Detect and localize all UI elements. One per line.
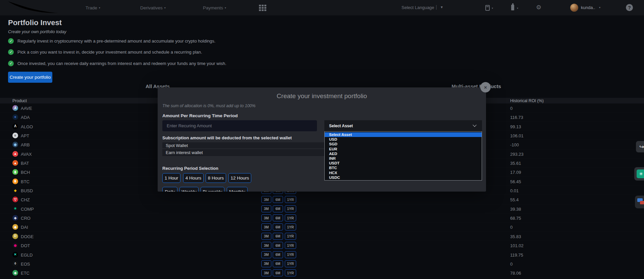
table-row: ◉DOT3M6M1YR101.02: [0, 241, 644, 250]
product-symbol: ARB: [21, 142, 30, 147]
period-button-4-hours[interactable]: 4 Hours: [183, 173, 204, 183]
period-button-bi-weekly[interactable]: Bi-weekly: [201, 187, 224, 192]
asset-option-aed[interactable]: AED: [325, 151, 482, 156]
period-button-daily[interactable]: Daily: [162, 187, 177, 192]
table-row: ✕EGLD3M6M1YR119.75: [0, 250, 644, 259]
term-button-1yr[interactable]: 1YR: [285, 233, 296, 240]
asset-select[interactable]: Select Asset: [324, 120, 482, 131]
brand-logo[interactable]: [2, 1, 76, 16]
assistant-icon[interactable]: ✳: [634, 167, 644, 181]
asset-option-usdc[interactable]: USDC: [325, 175, 482, 180]
term-button-1yr[interactable]: 1YR: [285, 251, 296, 258]
asset-option-inr[interactable]: INR: [325, 156, 482, 161]
nav-item-label: Trade: [86, 5, 97, 10]
term-button-1yr[interactable]: 1YR: [285, 214, 296, 221]
term-button-6m[interactable]: 6M: [273, 205, 283, 212]
product-symbol: ADA: [21, 115, 30, 120]
table-row: ▽CHZ3M6M1YR55.4: [0, 195, 644, 204]
term-button-1yr[interactable]: 1YR: [285, 196, 296, 203]
close-icon[interactable]: ×: [480, 82, 491, 92]
term-button-3m[interactable]: 3M: [261, 269, 271, 276]
apps-grid-icon[interactable]: [259, 5, 266, 11]
roi-value: 55.4: [510, 197, 519, 202]
period-label: Recurring Period Selection: [162, 166, 218, 171]
chevron-down-icon: ▾: [492, 7, 493, 10]
asset-option-select-asset[interactable]: Select Asset: [325, 132, 482, 137]
term-button-1yr[interactable]: 1YR: [285, 223, 296, 230]
asset-option-eur[interactable]: EUR: [325, 147, 482, 151]
bullet-text: Pick a coin you want to invest in, decid…: [17, 50, 202, 55]
term-button-1yr[interactable]: 1YR: [285, 260, 296, 267]
create-portfolio-modal: Create your investment portfolio The sum…: [158, 87, 486, 192]
term-button-6m[interactable]: 6M: [273, 260, 283, 267]
table-row: ◆CRO3M6M1YR68.75: [0, 213, 644, 222]
term-button-3m[interactable]: 3M: [261, 223, 271, 230]
product-symbol: BTC: [21, 179, 30, 184]
nav-item-payments[interactable]: Payments▾: [203, 0, 226, 15]
term-button-3m[interactable]: 3M: [261, 242, 271, 249]
term-button-6m[interactable]: 6M: [273, 251, 283, 258]
dai-coin-icon: ◈: [12, 224, 18, 230]
term-button-1yr[interactable]: 1YR: [285, 242, 296, 249]
dot-coin-icon: ◉: [12, 242, 18, 248]
term-button-1yr[interactable]: 1YR: [285, 269, 296, 276]
nav-item-derivatives[interactable]: Derivatives▾: [140, 0, 166, 15]
asset-option-sgd[interactable]: SGD: [325, 142, 482, 146]
table-row: ◊EOS3M6M1YR0: [0, 259, 644, 268]
term-button-6m[interactable]: 6M: [273, 269, 283, 276]
asset-option-btc[interactable]: BTC: [325, 165, 482, 170]
modal-title: Create your investment portfolio: [158, 92, 486, 100]
wallet-icon[interactable]: [511, 5, 514, 10]
top-nav: Trade▾Derivatives▾Payments▾ Select Langu…: [0, 0, 644, 15]
cro-coin-icon: ◆: [12, 215, 18, 221]
term-button-3m[interactable]: 3M: [261, 260, 271, 267]
term-button-1yr[interactable]: 1YR: [285, 205, 296, 212]
term-button-3m[interactable]: 3M: [261, 205, 271, 212]
term-button-6m[interactable]: 6M: [273, 233, 283, 240]
term-button-6m[interactable]: 6M: [273, 223, 283, 230]
amount-label: Amount Per Recurring Time Period: [162, 113, 238, 118]
term-button-3m[interactable]: 3M: [261, 233, 271, 240]
term-button-6m[interactable]: 6M: [273, 196, 283, 203]
bch-coin-icon: ฿: [12, 169, 18, 175]
term-button-3m[interactable]: 3M: [261, 214, 271, 221]
bat-coin-icon: ▲: [12, 160, 18, 166]
period-button-weekly[interactable]: Weekly: [179, 187, 199, 192]
asset-option-hcx[interactable]: HCX: [325, 170, 482, 175]
period-button-8-hours[interactable]: 8 Hours: [206, 173, 226, 183]
roi-value: 0: [510, 106, 513, 111]
check-icon: ✓: [8, 38, 14, 44]
period-button-1-hour[interactable]: 1 Hour: [162, 173, 180, 183]
asset-option-usd[interactable]: USD: [325, 137, 482, 142]
product-symbol: EGLD: [21, 253, 33, 258]
asset-option-usdt[interactable]: USDT: [325, 161, 482, 165]
user-avatar[interactable]: [570, 4, 578, 12]
product-symbol: EOS: [21, 262, 30, 267]
settings-gear-icon[interactable]: ⚙: [536, 4, 541, 11]
create-portfolio-button[interactable]: Create your portfolio: [8, 72, 52, 83]
term-button-6m[interactable]: 6M: [273, 242, 283, 249]
chevron-down-icon: ▾: [599, 6, 600, 9]
eos-coin-icon: ◊: [12, 261, 18, 267]
roi-value: 101.02: [510, 243, 524, 248]
product-symbol: APT: [21, 133, 29, 138]
recurring-amount-input[interactable]: [162, 120, 317, 131]
term-button-3m[interactable]: 3M: [261, 196, 271, 203]
chat-bubbles-icon[interactable]: [635, 196, 644, 208]
nav-item-trade[interactable]: Trade▾: [86, 0, 100, 15]
term-button-3m[interactable]: 3M: [261, 251, 271, 258]
product-symbol: BCH: [21, 170, 30, 175]
language-selector[interactable]: Select Language: [401, 5, 434, 10]
period-button-12-hours[interactable]: 12 Hours: [228, 173, 251, 183]
user-menu[interactable]: kunda..: [581, 5, 595, 10]
product-symbol: AAVE: [21, 106, 32, 111]
orders-icon[interactable]: [485, 5, 490, 11]
roi-value: 0: [510, 225, 513, 230]
btc-coin-icon: ฿: [12, 179, 18, 184]
language-caret-icon[interactable]: ▼: [440, 5, 443, 9]
term-button-6m[interactable]: 6M: [273, 214, 283, 221]
share-icon[interactable]: ↪: [636, 141, 644, 152]
product-symbol: AVAX: [21, 152, 32, 157]
help-icon[interactable]: ?: [626, 4, 633, 11]
period-button-monthly[interactable]: Monthly: [227, 187, 248, 192]
